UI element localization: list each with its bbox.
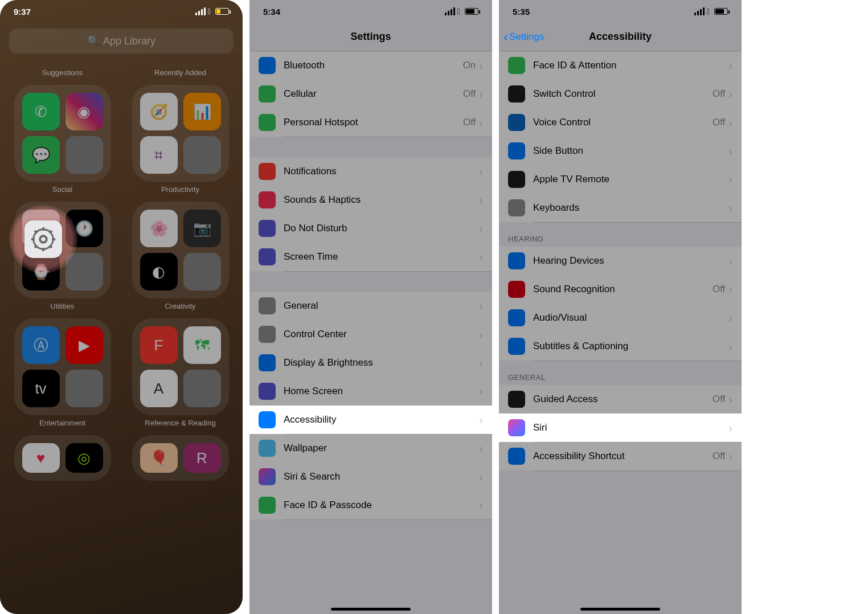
wifi-icon: 􀙇 (707, 7, 710, 16)
settings-row[interactable]: Switch ControlOff› (499, 80, 742, 108)
settings-row[interactable]: Hearing Devices› (499, 247, 742, 275)
settings-row[interactable]: Accessibility› (249, 406, 492, 434)
settings-row[interactable]: CellularOff› (249, 80, 492, 108)
settings-row[interactable]: Do Not Disturb› (249, 214, 492, 243)
row-value: Off (713, 88, 725, 100)
folder-social[interactable]: ✆ ◉ 💬 (14, 85, 111, 182)
settings-row[interactable]: Keyboards› (499, 194, 742, 222)
screenshot-accessibility: 5:35 􀙇 ‹ Settings Accessibility Face ID … (499, 0, 742, 614)
health-icon[interactable]: ♥ (22, 443, 60, 473)
chevron-right-icon: › (479, 300, 483, 313)
signal-icon (694, 7, 705, 15)
settings-row[interactable]: Sound RecognitionOff› (499, 275, 742, 304)
settings-row[interactable]: Audio/Visual› (499, 304, 742, 332)
settings-row[interactable]: Siri› (499, 414, 742, 442)
do-not-disturb-icon (259, 220, 276, 237)
app-library-search[interactable]: 🔍 App Library (9, 28, 234, 54)
kids-icon[interactable]: 🎈 (140, 443, 178, 473)
folder[interactable]: 🎈 R (132, 435, 229, 481)
voice-control-icon (508, 114, 525, 131)
chevron-right-icon: › (728, 116, 732, 129)
row-label: Siri & Search (284, 471, 479, 482)
settings-row[interactable]: Sounds & Haptics› (249, 186, 492, 214)
settings-row[interactable]: Apple TV Remote› (499, 165, 742, 194)
settings-row[interactable]: Accessibility ShortcutOff› (499, 442, 742, 470)
translate-icon[interactable]: A (140, 370, 178, 407)
battery-icon (215, 8, 229, 15)
folder-reference[interactable]: F 🗺 A (132, 318, 229, 415)
settings-row[interactable]: Control Center› (249, 320, 492, 349)
settings-list[interactable]: BluetoothOn›CellularOff›Personal Hotspot… (249, 51, 492, 519)
app-icon[interactable]: ◐ (140, 253, 178, 290)
settings-row[interactable]: Guided AccessOff› (499, 385, 742, 414)
safari-icon[interactable]: 🧭 (140, 93, 178, 130)
chevron-right-icon: › (479, 222, 483, 235)
maps-icon[interactable]: 🗺 (183, 326, 221, 364)
folder-more-icon[interactable] (183, 253, 221, 290)
settings-row[interactable]: Face ID & Passcode› (249, 491, 492, 519)
signal-icon (195, 7, 206, 15)
folder-more-icon[interactable] (65, 370, 103, 407)
wifi-icon: 􀙇 (208, 7, 211, 16)
back-button[interactable]: ‹ Settings (503, 29, 544, 45)
row-label: Accessibility Shortcut (533, 451, 713, 462)
svg-point-0 (40, 236, 47, 243)
folder[interactable]: ♥ ◎ (14, 435, 111, 481)
folder-creativity[interactable]: 🌸 📷 ◐ (132, 202, 229, 298)
whatsapp-icon[interactable]: ✆ (22, 93, 60, 130)
guided-access-icon (508, 391, 525, 408)
folder-more-icon[interactable] (183, 136, 221, 174)
settings-row[interactable]: Display & Brightness› (249, 349, 492, 377)
home-screen-icon (259, 383, 276, 400)
home-indicator[interactable] (580, 608, 660, 611)
settings-row[interactable]: Face ID & Attention› (499, 51, 742, 80)
messages-icon[interactable]: 💬 (22, 136, 60, 174)
rhymes-icon[interactable]: R (183, 443, 221, 473)
appletv-icon[interactable]: tv (22, 370, 60, 407)
folder-more-icon[interactable] (183, 370, 221, 407)
status-time: 5:35 (513, 7, 530, 17)
bluetooth-icon (259, 57, 276, 74)
home-indicator[interactable] (331, 608, 411, 611)
accessibility-list[interactable]: Face ID & Attention›Switch ControlOff›Vo… (499, 51, 742, 470)
settings-row[interactable]: Notifications› (249, 157, 492, 186)
settings-row[interactable]: Screen Time› (249, 243, 492, 271)
page-title: Accessibility (589, 31, 652, 43)
camera-icon[interactable]: 📷 (183, 210, 221, 247)
settings-row[interactable]: General› (249, 292, 492, 320)
youtube-icon[interactable]: ▶ (65, 326, 103, 364)
chevron-right-icon: › (728, 421, 732, 435)
slack-icon[interactable]: ⌗ (140, 136, 178, 174)
folder-label: Entertainment (9, 419, 116, 427)
settings-row[interactable]: Wallpaper› (249, 434, 492, 462)
fitness-icon[interactable]: ◎ (65, 443, 103, 473)
gear-icon (30, 226, 56, 252)
instagram-icon[interactable]: ◉ (65, 93, 103, 130)
settings-row[interactable]: Siri & Search› (249, 462, 492, 491)
settings-row[interactable]: BluetoothOn› (249, 51, 492, 80)
settings-row[interactable]: Personal HotspotOff› (249, 108, 492, 137)
face-id-attention-icon (508, 57, 525, 74)
row-label: Bluetooth (284, 60, 463, 71)
flipboard-icon[interactable]: F (140, 326, 178, 364)
settings-row[interactable]: Home Screen› (249, 377, 492, 406)
general-icon (259, 297, 276, 314)
settings-row[interactable]: Subtitles & Captioning› (499, 332, 742, 361)
chevron-right-icon: › (479, 470, 483, 484)
row-label: Sound Recognition (533, 284, 713, 295)
folder-entertainment[interactable]: Ⓐ ▶ tv (14, 318, 111, 415)
folder-productivity[interactable]: 🧭 📊 ⌗ (132, 85, 229, 182)
folder-more-icon[interactable] (65, 136, 103, 174)
appstore-icon[interactable]: Ⓐ (22, 326, 60, 364)
photos-icon[interactable]: 🌸 (140, 210, 178, 247)
side-button-icon (508, 142, 525, 159)
chevron-right-icon: › (479, 116, 483, 129)
settings-row[interactable]: Side Button› (499, 137, 742, 165)
row-label: Guided Access (533, 394, 713, 405)
settings-row[interactable]: Voice ControlOff› (499, 108, 742, 137)
folder-label: Suggestions (9, 68, 116, 77)
analytics-icon[interactable]: 📊 (183, 93, 221, 130)
svg-point-1 (34, 230, 54, 249)
settings-app-icon[interactable] (24, 220, 62, 258)
row-label: Accessibility (284, 414, 479, 425)
